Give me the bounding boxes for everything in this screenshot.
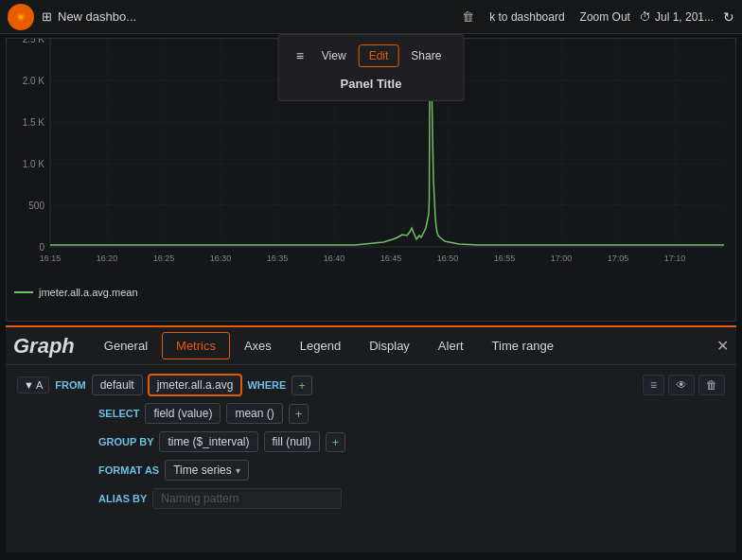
- back-to-dashboard-btn[interactable]: k to dashboard: [484, 9, 570, 26]
- tab-legend[interactable]: Legend: [286, 332, 355, 359]
- svg-text:0: 0: [39, 242, 44, 253]
- query-eye-btn[interactable]: 👁: [668, 375, 695, 395]
- format-as-keyword-label: FORMAT AS: [98, 464, 159, 476]
- select-row: SELECT field (value) mean () +: [17, 403, 725, 424]
- query-area: ▼ A FROM default jmeter.all.a.avg WHERE …: [6, 365, 736, 526]
- group-by-row: GROUP BY time ($_interval) fill (null) +: [17, 431, 725, 452]
- tab-time-range[interactable]: Time range: [478, 332, 568, 359]
- chart-legend: jmeter.all.a.avg.mean: [7, 285, 735, 300]
- tab-alert[interactable]: Alert: [424, 332, 478, 359]
- tab-general[interactable]: General: [90, 332, 162, 359]
- svg-text:500: 500: [28, 201, 44, 211]
- format-arrow-icon: ▾: [236, 465, 240, 476]
- query-trash-btn[interactable]: 🗑: [698, 375, 725, 395]
- format-value-label: Time series: [173, 464, 232, 477]
- format-as-row: FORMAT AS Time series ▾: [17, 460, 725, 481]
- svg-text:16:45: 16:45: [380, 254, 402, 263]
- panel-tabs-row: Graph General Metrics Axes Legend Displa…: [6, 327, 736, 365]
- add-select-btn[interactable]: +: [289, 404, 309, 424]
- top-bar-right: 🗑 k to dashboard Zoom Out ⏱ Jul 1, 201..…: [462, 9, 734, 26]
- panel-title-label: Panel Title: [279, 73, 464, 96]
- edit-panel: Graph General Metrics Axes Legend Displa…: [6, 325, 736, 552]
- select-keyword-label: SELECT: [98, 408, 139, 419]
- svg-text:16:40: 16:40: [324, 254, 345, 263]
- alias-input[interactable]: [152, 488, 342, 509]
- tab-display[interactable]: Display: [355, 332, 424, 359]
- svg-text:1.5 K: 1.5 K: [23, 117, 45, 128]
- zoom-out-btn[interactable]: Zoom Out: [580, 10, 630, 24]
- refresh-btn[interactable]: ↻: [723, 9, 734, 25]
- mean-pill[interactable]: mean (): [226, 403, 282, 424]
- svg-text:16:50: 16:50: [437, 254, 459, 263]
- date-label: Jul 1, 201...: [655, 10, 714, 24]
- svg-text:16:25: 16:25: [153, 254, 175, 263]
- svg-text:16:15: 16:15: [40, 254, 62, 263]
- panel-type-label: Graph: [13, 334, 75, 359]
- svg-text:16:35: 16:35: [267, 254, 289, 263]
- delete-panel-icon[interactable]: 🗑: [462, 9, 474, 24]
- grafana-logo-btn[interactable]: [8, 4, 34, 30]
- svg-text:2.5 K: 2.5 K: [23, 39, 45, 44]
- svg-text:17:10: 17:10: [664, 254, 686, 263]
- alias-by-keyword-label: ALIAS BY: [98, 493, 147, 504]
- fill-null-pill[interactable]: fill (null): [264, 431, 320, 452]
- svg-text:17:05: 17:05: [608, 254, 629, 263]
- svg-text:16:30: 16:30: [210, 254, 232, 263]
- svg-point-2: [19, 14, 24, 19]
- field-value-pill[interactable]: field (value): [145, 403, 221, 424]
- measurement-pill[interactable]: jmeter.all.a.avg: [149, 375, 242, 395]
- edit-btn[interactable]: Edit: [359, 44, 399, 67]
- tab-axes[interactable]: Axes: [230, 332, 286, 359]
- svg-text:17:00: 17:00: [551, 254, 573, 263]
- query-toggle-btn[interactable]: ▼ A: [17, 376, 49, 394]
- svg-text:2.0 K: 2.0 K: [23, 76, 45, 86]
- dashboard-name-label: New dashbo...: [58, 9, 136, 24]
- top-bar: ⊞ New dashbo... 🗑 k to dashboard Zoom Ou…: [0, 0, 742, 34]
- popup-menu-row: ≡ View Edit Share: [279, 39, 464, 73]
- query-row-actions: ≡ 👁 🗑: [643, 375, 725, 395]
- view-btn[interactable]: View: [311, 44, 357, 67]
- legend-series-label: jmeter.all.a.avg.mean: [39, 287, 138, 298]
- svg-text:16:20: 16:20: [97, 254, 118, 263]
- svg-text:1.0 K: 1.0 K: [23, 159, 45, 169]
- legend-color-line: [14, 291, 33, 293]
- group-by-keyword-label: GROUP BY: [98, 436, 153, 447]
- alias-by-row: ALIAS BY: [17, 488, 725, 509]
- format-select[interactable]: Time series ▾: [165, 460, 249, 481]
- clock-icon: ⏱: [640, 10, 651, 24]
- query-letter-label: A: [36, 379, 43, 391]
- add-where-btn[interactable]: +: [292, 376, 312, 395]
- share-btn[interactable]: Share: [400, 44, 451, 67]
- close-panel-btn[interactable]: ✕: [716, 337, 729, 355]
- svg-text:16:55: 16:55: [494, 254, 516, 263]
- data-source-pill[interactable]: default: [92, 375, 143, 395]
- panel-context-menu: ≡ View Edit Share Panel Title: [278, 34, 465, 101]
- from-keyword-label: FROM: [55, 379, 85, 391]
- dashboard-grid-icon: ⊞: [42, 9, 52, 24]
- tab-metrics[interactable]: Metrics: [162, 332, 230, 359]
- from-row: ▼ A FROM default jmeter.all.a.avg WHERE …: [17, 375, 725, 395]
- add-group-btn[interactable]: +: [326, 432, 346, 452]
- toggle-arrow-icon: ▼: [24, 379, 34, 391]
- time-interval-pill[interactable]: time ($_interval): [159, 431, 257, 452]
- dashboard-title: ⊞ New dashbo...: [42, 9, 136, 24]
- date-range-btn[interactable]: ⏱ Jul 1, 201...: [640, 10, 714, 24]
- where-keyword-label: WHERE: [247, 379, 286, 391]
- menu-hamburger-btn[interactable]: ≡: [291, 44, 309, 67]
- query-lines-btn[interactable]: ≡: [643, 375, 664, 395]
